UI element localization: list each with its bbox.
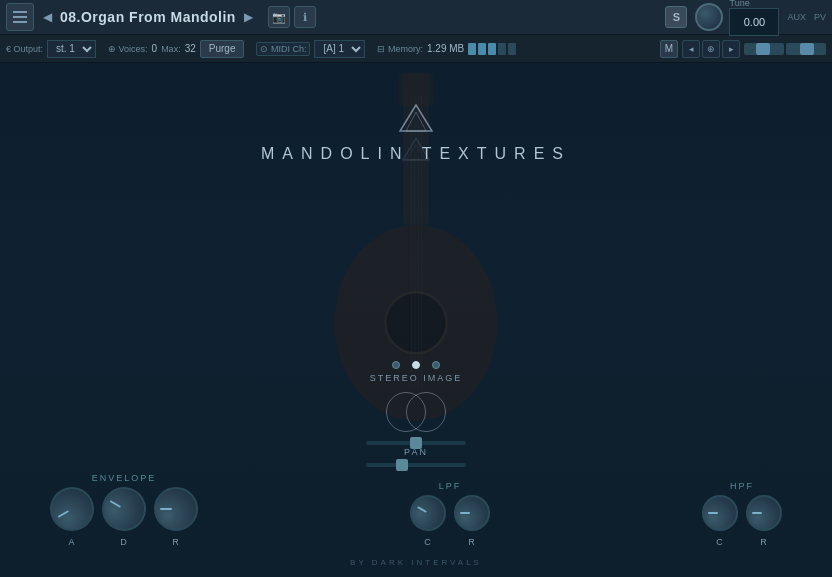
- side-ctrl-1[interactable]: ◂: [682, 40, 700, 58]
- envelope-label: ENVELOPE: [92, 473, 157, 483]
- lpf-label-C: C: [424, 537, 432, 547]
- stereo-image-section: STEREO IMAGE PAN: [366, 361, 466, 467]
- m-button[interactable]: M: [660, 40, 678, 58]
- midi-group: ⊙ MIDI Ch: [A] 1: [256, 40, 365, 58]
- hamburger-button[interactable]: [6, 3, 34, 31]
- output-group: € Output: st. 1: [6, 40, 96, 58]
- pan-slider-bar: [366, 441, 466, 445]
- bottom-controls: ENVELOPE A D R LPF: [0, 473, 832, 547]
- prev-instrument-button[interactable]: ◀: [38, 8, 56, 26]
- slider-controls: [744, 43, 826, 55]
- envelope-knob-A-control[interactable]: [42, 479, 102, 539]
- hpf-knob-C-control[interactable]: [702, 495, 738, 531]
- svg-rect-1: [399, 73, 434, 106]
- output-select[interactable]: st. 1: [47, 40, 96, 58]
- max-value: 32: [185, 43, 196, 54]
- midi-label: ⊙ MIDI Ch:: [256, 42, 310, 56]
- envelope-knob-D-control[interactable]: [94, 479, 154, 539]
- envelope-label-D: D: [120, 537, 128, 547]
- hpf-knob-R-control[interactable]: [746, 495, 782, 531]
- hpf-knob-row: C R: [702, 495, 782, 547]
- stereo-ring-right: [406, 392, 446, 432]
- hpf-section: HPF C R: [702, 481, 782, 547]
- top-bar: ◀ 08.Organ From Mandolin ▶ 📷 ℹ S Tune AU…: [0, 0, 832, 35]
- voices-label: ⊕ Voices:: [108, 44, 148, 54]
- envelope-knob-R-control[interactable]: [154, 487, 198, 531]
- second-bar-right: M ◂ ⊕ ▸: [660, 40, 826, 58]
- mem-bar-5: [508, 43, 516, 55]
- side-controls: ◂ ⊕ ▸: [682, 40, 740, 58]
- logo-area: MANDOLIN TEXTURES: [261, 103, 571, 163]
- mini-slider-1[interactable]: [744, 43, 784, 55]
- output-label: € Output:: [6, 44, 43, 54]
- aux-label: AUX: [787, 12, 806, 22]
- envelope-knob-row: A D R: [50, 487, 198, 547]
- side-ctrl-2[interactable]: ⊕: [702, 40, 720, 58]
- stereo-rings: [381, 387, 451, 437]
- second-bar: € Output: st. 1 ⊕ Voices: 0 Max: 32 Purg…: [0, 35, 832, 63]
- envelope-knob-R: R: [154, 487, 198, 547]
- envelope-section: ENVELOPE A D R: [50, 473, 198, 547]
- camera-button[interactable]: 📷: [268, 6, 290, 28]
- lpf-knob-R: R: [454, 495, 490, 547]
- pan-slider-2-bar: [366, 463, 466, 467]
- hpf-label-C: C: [716, 537, 724, 547]
- memory-group: ⊟ Memory: 1.29 MB: [377, 43, 516, 55]
- stereo-dot-left[interactable]: [392, 361, 400, 369]
- envelope-label-A: A: [68, 537, 75, 547]
- stereo-dot-right[interactable]: [432, 361, 440, 369]
- stereo-dot-center[interactable]: [412, 361, 420, 369]
- svg-marker-11: [406, 112, 426, 131]
- memory-bars: [468, 43, 516, 55]
- hpf-label: HPF: [730, 481, 754, 491]
- pan-section: PAN: [366, 441, 466, 467]
- stereo-label: STEREO IMAGE: [370, 373, 463, 383]
- hpf-knob-R: R: [746, 495, 782, 547]
- mem-bar-1: [468, 43, 476, 55]
- max-label: Max:: [161, 44, 181, 54]
- footer-label: BY DARK INTERVALS: [350, 558, 482, 567]
- tune-area: Tune: [695, 0, 779, 36]
- purge-button[interactable]: Purge: [200, 40, 245, 58]
- lpf-label: LPF: [439, 481, 462, 491]
- lpf-section: LPF C R: [410, 481, 490, 547]
- lpf-label-R: R: [468, 537, 476, 547]
- info-button[interactable]: ℹ: [294, 6, 316, 28]
- tune-value-input[interactable]: [729, 8, 779, 36]
- tune-display: Tune: [729, 0, 779, 36]
- lpf-knob-R-control[interactable]: [454, 495, 490, 531]
- top-bar-icons: 📷 ℹ: [268, 6, 316, 28]
- side-ctrl-3[interactable]: ▸: [722, 40, 740, 58]
- lpf-knob-C-control[interactable]: [403, 488, 452, 537]
- envelope-knob-A: A: [50, 487, 94, 547]
- midi-select[interactable]: [A] 1: [314, 40, 365, 58]
- memory-label: ⊟ Memory:: [377, 44, 423, 54]
- voices-group: ⊕ Voices: 0 Max: 32 Purge: [108, 40, 244, 58]
- hpf-label-R: R: [760, 537, 768, 547]
- pan-slider-2-thumb[interactable]: [396, 459, 408, 471]
- memory-value: 1.29 MB: [427, 43, 464, 54]
- logo-triangle-container: [398, 103, 434, 133]
- mini-slider-2-thumb: [800, 43, 814, 55]
- pan-slider-thumb[interactable]: [410, 437, 422, 449]
- hpf-knob-C: C: [702, 495, 738, 547]
- tune-knob[interactable]: [695, 3, 723, 31]
- stereo-dots: [392, 361, 440, 369]
- pv-label: PV: [814, 12, 826, 22]
- voices-value: 0: [152, 43, 158, 54]
- lpf-knob-row: C R: [410, 495, 490, 547]
- mem-bar-2: [478, 43, 486, 55]
- svg-marker-10: [400, 105, 432, 131]
- mem-bar-3: [488, 43, 496, 55]
- envelope-label-R: R: [172, 537, 180, 547]
- top-bar-left: ◀ 08.Organ From Mandolin ▶ 📷 ℹ: [6, 3, 316, 31]
- mini-slider-2[interactable]: [786, 43, 826, 55]
- logo-triangle-svg: [398, 103, 434, 133]
- svg-point-3: [386, 292, 447, 353]
- top-bar-right: S Tune AUX PV: [665, 0, 826, 36]
- next-instrument-button[interactable]: ▶: [240, 8, 258, 26]
- s-button[interactable]: S: [665, 6, 687, 28]
- mini-slider-1-thumb: [756, 43, 770, 55]
- tune-label: Tune: [729, 0, 749, 8]
- main-area: MANDOLIN TEXTURES STEREO IMAGE PAN ENVEL…: [0, 63, 832, 577]
